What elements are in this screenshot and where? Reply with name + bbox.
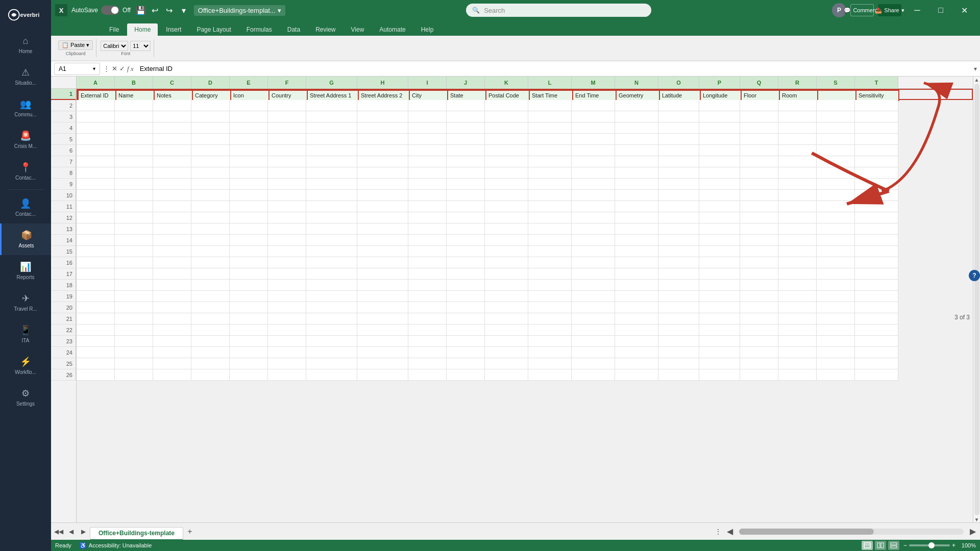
cell-I15[interactable] bbox=[408, 246, 447, 257]
cell-E20[interactable] bbox=[230, 302, 268, 313]
zoom-in-button[interactable]: + bbox=[952, 542, 955, 549]
sidebar-item-workflows[interactable]: ⚡ Workflo... bbox=[0, 350, 51, 382]
cell-M13[interactable] bbox=[572, 223, 615, 235]
cell-K13[interactable] bbox=[485, 223, 528, 235]
cell-D8[interactable] bbox=[191, 167, 230, 179]
cell-G9[interactable] bbox=[306, 179, 357, 190]
cell-H4[interactable] bbox=[357, 122, 408, 134]
cell-I16[interactable] bbox=[408, 257, 447, 268]
cell-I14[interactable] bbox=[408, 235, 447, 246]
cell-Q21[interactable] bbox=[740, 313, 778, 324]
cell-N24[interactable] bbox=[615, 347, 658, 358]
cell-N7[interactable] bbox=[615, 156, 658, 167]
cell-J19[interactable] bbox=[447, 291, 485, 302]
cell-O5[interactable] bbox=[658, 134, 699, 145]
cell-M4[interactable] bbox=[572, 122, 615, 134]
cell-O8[interactable] bbox=[658, 167, 699, 179]
cell-T3[interactable] bbox=[855, 111, 898, 122]
cell-F12[interactable] bbox=[268, 212, 306, 223]
col-header-G[interactable]: G bbox=[306, 77, 357, 89]
sidebar-item-assets[interactable]: 📦 Assets bbox=[0, 223, 51, 255]
cell-Q16[interactable] bbox=[740, 257, 778, 268]
cell-B7[interactable] bbox=[115, 156, 153, 167]
cell-R21[interactable] bbox=[778, 313, 817, 324]
cell-O18[interactable] bbox=[658, 280, 699, 291]
cell-J11[interactable] bbox=[447, 201, 485, 212]
cell-I22[interactable] bbox=[408, 324, 447, 336]
sidebar-item-contacts2[interactable]: 👤 Contac... bbox=[0, 192, 51, 223]
col-header-H[interactable]: H bbox=[357, 77, 408, 89]
cell-B2[interactable] bbox=[115, 100, 153, 111]
font-size-select[interactable]: 11 bbox=[130, 41, 151, 51]
cell-K23[interactable] bbox=[485, 336, 528, 347]
scroll-down-button[interactable]: ▼ bbox=[974, 516, 980, 522]
cell-A23[interactable] bbox=[77, 336, 115, 347]
cell-H21[interactable] bbox=[357, 313, 408, 324]
col-header-C[interactable]: C bbox=[153, 77, 191, 89]
cell-E13[interactable] bbox=[230, 223, 268, 235]
cell-B10[interactable] bbox=[115, 190, 153, 201]
cell-C15[interactable] bbox=[153, 246, 191, 257]
cell-K3[interactable] bbox=[485, 111, 528, 122]
cell-R20[interactable] bbox=[778, 302, 817, 313]
cell-K25[interactable] bbox=[485, 358, 528, 369]
cell-I23[interactable] bbox=[408, 336, 447, 347]
cell-O13[interactable] bbox=[658, 223, 699, 235]
sidebar-item-community[interactable]: 👥 Commu... bbox=[0, 92, 51, 124]
cell-C22[interactable] bbox=[153, 324, 191, 336]
cell-H1[interactable]: Street Address 2 bbox=[358, 90, 409, 101]
cell-F15[interactable] bbox=[268, 246, 306, 257]
cell-I7[interactable] bbox=[408, 156, 447, 167]
col-header-J[interactable]: J bbox=[447, 77, 485, 89]
row-num-8[interactable]: 8 bbox=[51, 167, 76, 179]
help-button[interactable]: ? bbox=[969, 270, 980, 281]
cell-S23[interactable] bbox=[817, 336, 855, 347]
cell-A2[interactable] bbox=[77, 100, 115, 111]
row-num-3[interactable]: 3 bbox=[51, 111, 76, 122]
cell-J13[interactable] bbox=[447, 223, 485, 235]
cell-A11[interactable] bbox=[77, 201, 115, 212]
cell-T9[interactable] bbox=[855, 179, 898, 190]
cell-T14[interactable] bbox=[855, 235, 898, 246]
cell-P2[interactable] bbox=[699, 100, 740, 111]
cell-E14[interactable] bbox=[230, 235, 268, 246]
cell-L7[interactable] bbox=[528, 156, 572, 167]
cell-C2[interactable] bbox=[153, 100, 191, 111]
cell-M26[interactable] bbox=[572, 369, 615, 381]
row-num-15[interactable]: 15 bbox=[51, 246, 76, 257]
cell-Q8[interactable] bbox=[740, 167, 778, 179]
cell-F7[interactable] bbox=[268, 156, 306, 167]
cell-S11[interactable] bbox=[817, 201, 855, 212]
cell-P25[interactable] bbox=[699, 358, 740, 369]
cell-I18[interactable] bbox=[408, 280, 447, 291]
sidebar-item-crisis[interactable]: 🚨 Crisis M... bbox=[0, 124, 51, 156]
cell-H2[interactable] bbox=[357, 100, 408, 111]
cell-A10[interactable] bbox=[77, 190, 115, 201]
cell-Q24[interactable] bbox=[740, 347, 778, 358]
cell-B26[interactable] bbox=[115, 369, 153, 381]
row-num-20[interactable]: 20 bbox=[51, 302, 76, 313]
cell-D7[interactable] bbox=[191, 156, 230, 167]
cell-H26[interactable] bbox=[357, 369, 408, 381]
cell-R3[interactable] bbox=[778, 111, 817, 122]
cell-J5[interactable] bbox=[447, 134, 485, 145]
cell-A3[interactable] bbox=[77, 111, 115, 122]
font-family-select[interactable]: Calibri bbox=[101, 41, 128, 51]
cell-T26[interactable] bbox=[855, 369, 898, 381]
cell-T13[interactable] bbox=[855, 223, 898, 235]
cell-J17[interactable] bbox=[447, 268, 485, 280]
comments-button[interactable]: 💬 Comments bbox=[850, 4, 874, 16]
cell-L18[interactable] bbox=[528, 280, 572, 291]
cell-Q11[interactable] bbox=[740, 201, 778, 212]
cell-S15[interactable] bbox=[817, 246, 855, 257]
cell-F18[interactable] bbox=[268, 280, 306, 291]
cell-Q3[interactable] bbox=[740, 111, 778, 122]
cell-R23[interactable] bbox=[778, 336, 817, 347]
cell-F25[interactable] bbox=[268, 358, 306, 369]
cell-R14[interactable] bbox=[778, 235, 817, 246]
cell-R25[interactable] bbox=[778, 358, 817, 369]
formula-input[interactable] bbox=[137, 63, 971, 75]
cell-A13[interactable] bbox=[77, 223, 115, 235]
cell-J15[interactable] bbox=[447, 246, 485, 257]
cell-N10[interactable] bbox=[615, 190, 658, 201]
